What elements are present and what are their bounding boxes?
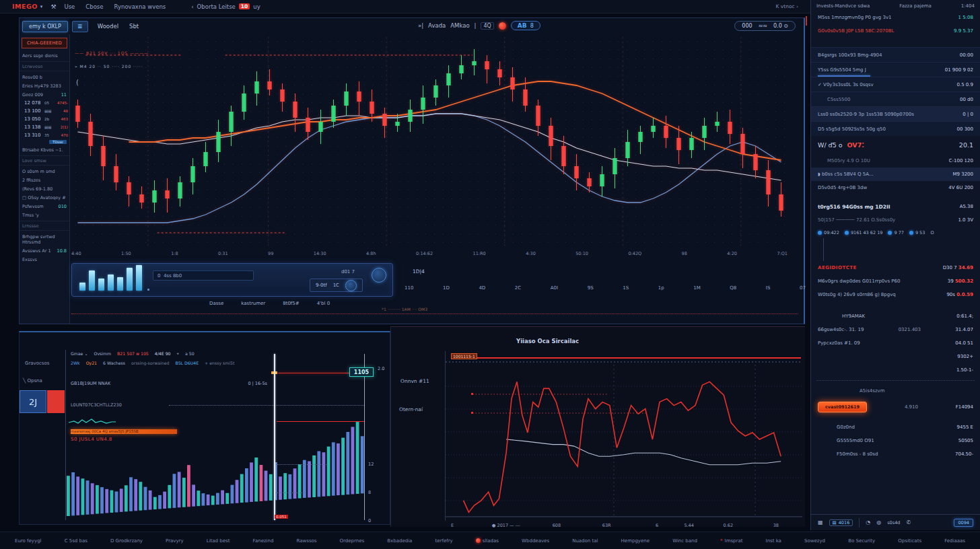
phone-icon[interactable]: ✆	[906, 519, 911, 525]
wait-button[interactable]: 9-0tf	[316, 283, 327, 288]
record-icon[interactable]	[499, 22, 506, 30]
count-button[interactable]: 1C	[333, 283, 339, 288]
alert-box[interactable]	[47, 390, 65, 413]
tab-sbt[interactable]: Sbt	[129, 23, 139, 30]
ladder-row[interactable]: 13 138▤▤2(1)	[20, 123, 69, 131]
count-box[interactable]: 2J	[20, 390, 46, 413]
stat-chip[interactable]: 9 77	[888, 230, 903, 235]
timeframe-button[interactable]: 9S	[588, 285, 594, 291]
ladder-row[interactable]: 12 078054745-	[20, 99, 69, 107]
sidebar-item[interactable]: □ O5sy Avatoqey #	[20, 193, 69, 202]
status-item[interactable]: Pravyry	[166, 538, 184, 544]
footer-chip[interactable]: 0094	[954, 519, 973, 527]
detail-row[interactable]: D5 s5g5d 5092Ss5s 50g q5000 300	[811, 121, 980, 136]
globe-button[interactable]	[372, 268, 386, 283]
topbar-right-link[interactable]: K vtnoc ›	[775, 3, 798, 9]
list-view-icon[interactable]: ≣	[72, 21, 88, 32]
histogram-svg[interactable]	[66, 412, 365, 522]
timeframe-button[interactable]: A0I	[551, 285, 558, 291]
detail-row[interactable]: Lss0 ss0s2520-9 3p 1ss53B 5090p0700s0 | …	[811, 106, 980, 121]
status-item[interactable]: Ordeprnes	[340, 538, 365, 544]
sidebar-item[interactable]: Lrnssse	[20, 221, 69, 231]
ladder-chip[interactable]: T0sse	[49, 140, 67, 144]
status-item[interactable]: Wbddeaves	[522, 538, 549, 544]
menu-item[interactable]: Use	[64, 3, 75, 10]
timeframe-button[interactable]: Q8	[730, 285, 736, 291]
symbol-name-2[interactable]: AMkao	[450, 22, 469, 29]
quick-access[interactable]: ‹ Oborta Leitse 10 uy	[191, 3, 260, 10]
stat-chip[interactable]: 9161 43 62 19	[845, 230, 883, 235]
symbol-name-1[interactable]: Avada	[428, 22, 446, 29]
timeframe-button[interactable]: 2C	[515, 285, 521, 291]
sidebar-item[interactable]: Geez 00911	[20, 90, 69, 99]
detail-row[interactable]: M6v0grs dwp0des G011rrp0vs P6039 500.32	[811, 274, 980, 288]
detail-row[interactable]: 50|157 ⸺⸺ 72.61 O.Ss0ss0y1.0 3V	[811, 213, 980, 227]
detail-row[interactable]: G5555md0 O9150505	[811, 434, 980, 447]
detail-row[interactable]: M5ss 1mnzgmvn0g P0 gvg 3v11 5:08	[811, 11, 980, 24]
sidebar-item[interactable]: Eries Hy479 3283	[20, 81, 69, 90]
sidebar-alert-header[interactable]: CHIA-GEEEHED	[22, 38, 67, 48]
detail-row[interactable]: W/ ď5 o OV7⁚20.1	[811, 136, 980, 154]
stat-chip[interactable]: O	[930, 230, 934, 235]
primary-action-button[interactable]: cvast0912619	[818, 402, 867, 412]
sidebar-item[interactable]: Lcrwvese	[20, 61, 69, 71]
sidebar-item[interactable]: Resv00 b	[20, 73, 69, 81]
oscillator-chart[interactable]: 1001115-1 E● 2017 — ---60863R65.440.6238	[445, 351, 802, 521]
ladder-row[interactable]: 13 100▤▤48	[20, 107, 69, 115]
status-item[interactable]: Rawssos	[297, 538, 317, 544]
timeframe-button[interactable]: IS	[766, 285, 771, 291]
status-item[interactable]: Nuadon tal	[572, 538, 598, 544]
status-item[interactable]: Bxbadedia	[387, 538, 412, 544]
card-chip[interactable]: ▤ 4016	[829, 519, 853, 526]
sidebar-item[interactable]: Exssvs	[20, 255, 69, 264]
timeframe-button[interactable]: 110	[405, 285, 413, 291]
status-item[interactable]: Opsiticats	[898, 538, 921, 544]
detail-row[interactable]: C5ss550000 d0	[811, 92, 980, 106]
sidebar-item[interactable]: Avsswvs Ar 110.8	[20, 246, 69, 255]
status-item[interactable]: Litad best	[207, 538, 230, 544]
status-item[interactable]: slladas	[476, 538, 499, 544]
app-logo[interactable]: IMEGO	[12, 3, 38, 10]
sidebar-item[interactable]: Btrsabe Kbvos ~1.	[20, 145, 69, 154]
sidebar-item[interactable]: O s0sm m smd	[20, 167, 69, 176]
detail-row[interactable]: W0ts0g 4) 26v9 s0rn86 g) 8pgvq90s 0.0.59	[811, 288, 980, 301]
detail-row[interactable]: 9302+	[811, 350, 980, 363]
status-item[interactable]: C 5sd bas	[65, 538, 88, 544]
timeframe-button[interactable]: 1D	[443, 285, 450, 291]
search-input[interactable]	[153, 270, 254, 281]
status-item[interactable]: Sowezyd	[804, 538, 825, 544]
status-item[interactable]: Fediaaas	[944, 538, 965, 544]
globe-icon[interactable]	[345, 280, 357, 291]
rail-subtitle[interactable]: ╲ Opsna	[23, 378, 42, 383]
status-item[interactable]: Fanezind	[253, 538, 274, 544]
detail-row[interactable]: 1.50-1-	[811, 363, 980, 377]
detail-row[interactable]: B4gsrgs 100x93 Bmg-490400:00	[811, 47, 980, 62]
timeframe-indicator[interactable]: 4Q	[481, 22, 493, 30]
ab-mode-pill[interactable]: AB 8	[511, 21, 540, 30]
status-item[interactable]: Bo Security	[848, 538, 875, 544]
ladder-row[interactable]: 13 31035470	[20, 131, 69, 139]
sidebar-item[interactable]: Tmss 'y	[20, 211, 69, 219]
crosshair-line[interactable]	[274, 354, 275, 520]
sidebar-item[interactable]: Psfwvssm010	[20, 202, 69, 211]
sidebar-item[interactable]: 2 fRszes	[20, 176, 69, 184]
status-item[interactable]: Winc band	[672, 538, 697, 544]
detail-row[interactable]: t0rg516 94G0ss mg 1D2IIA5.38	[811, 200, 980, 213]
tab-model[interactable]: Woodel	[98, 23, 118, 30]
detail-row[interactable]: G0z0nd9455 E	[811, 420, 980, 434]
sidebar-item[interactable]: Brhgpw svrtwd Htrssmd	[20, 232, 69, 246]
detail-row[interactable]: D5v0d5 4rg+0B 3dw4V 6U 200	[811, 181, 980, 194]
detail-row[interactable]: 66gsw4s0c-. 31. 190321.40331.4.07	[811, 323, 980, 336]
detail-row[interactable]: F50m0ss - 8 s0sd704.50-	[811, 447, 980, 461]
detail-row[interactable]: ◗ b0ss c5s 5BV4 Q 5A...M9 3200	[811, 168, 980, 181]
status-item[interactable]: Hempgyene	[621, 538, 650, 544]
status-item[interactable]: Euro feyygl	[15, 538, 42, 544]
status-item[interactable]: *Imsprat	[720, 538, 742, 544]
symbol-selector-button[interactable]: emy k OXLP	[22, 21, 68, 32]
grid-icon[interactable]: ▦	[818, 519, 823, 525]
price-summary-pill[interactable]: 000 ≈≈ 0.0 ⊙	[734, 21, 796, 31]
detail-row[interactable]: M505ry 4.9 O 10UC-100 120	[811, 154, 980, 168]
detail-row[interactable]: G0v0s0v5B J0P L5B 5BC:2070BL9.9 5.37	[811, 24, 980, 38]
clock-icon[interactable]: ◔	[866, 519, 870, 525]
status-item[interactable]: terfefry	[435, 538, 453, 544]
